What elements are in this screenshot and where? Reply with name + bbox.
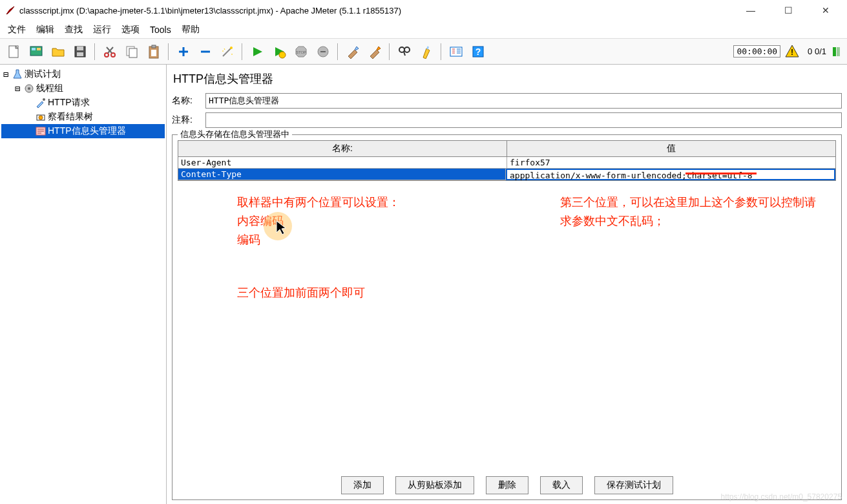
cell-value[interactable]: firfox57 xyxy=(507,157,835,169)
name-input[interactable] xyxy=(205,93,842,109)
cell-value[interactable]: appplication/x-www-form-urlencoded;chars… xyxy=(506,169,835,180)
annotation-underline xyxy=(685,173,757,174)
svg-point-27 xyxy=(28,87,30,90)
tree-thread-group[interactable]: ⊟ 线程组 xyxy=(1,81,165,96)
wand-button[interactable] xyxy=(217,41,238,62)
annotation-left-2: 三个位置加前面两个即可 xyxy=(237,284,365,302)
svg-text:?: ? xyxy=(476,47,481,57)
thread-counter: 0 0/1 xyxy=(808,47,826,56)
svg-point-15 xyxy=(279,52,286,58)
svg-rect-20 xyxy=(450,47,462,56)
app-icon xyxy=(5,5,16,16)
annotation-right: 第三个位置，可以在这里加上这个参数可以控制请求参数中文不乱码； xyxy=(560,193,819,231)
tree-header-manager[interactable]: HTTP信息头管理器 xyxy=(1,124,165,138)
main-panel: HTTP信息头管理器 名称: 注释: 信息头存储在信息头管理器中 名称: 值 U… xyxy=(167,65,847,504)
help-button[interactable]: ? xyxy=(468,41,488,62)
templates-button[interactable] xyxy=(26,41,47,62)
cut-button[interactable] xyxy=(99,41,120,62)
headers-table[interactable]: 名称: 值 User-Agent firfox57 Content-Type a… xyxy=(178,140,836,181)
svg-point-8 xyxy=(111,53,115,57)
svg-point-18 xyxy=(399,47,404,52)
svg-rect-24 xyxy=(833,47,836,56)
stop-button[interactable]: STOP xyxy=(291,41,311,62)
menu-file[interactable]: 文件 xyxy=(4,23,30,37)
watermark: https://blog.csdn.net/m0_57820275 xyxy=(721,492,842,501)
table-row[interactable]: Content-Type appplication/x-www-form-url… xyxy=(178,169,835,180)
search-button[interactable] xyxy=(394,41,415,62)
menu-edit[interactable]: 编辑 xyxy=(32,23,58,37)
comment-label: 注释: xyxy=(172,114,205,126)
remove-button[interactable] xyxy=(195,41,216,62)
svg-point-14 xyxy=(230,47,233,49)
flask-icon xyxy=(12,68,23,80)
th-name[interactable]: 名称: xyxy=(178,141,507,156)
delete-header-button[interactable]: 删除 xyxy=(486,476,528,494)
add-from-clipboard-button[interactable]: 从剪贴板添加 xyxy=(395,476,474,494)
svg-point-7 xyxy=(105,53,109,57)
tree-http-request[interactable]: HTTP请求 xyxy=(1,96,165,110)
collapse-icon[interactable]: ⊟ xyxy=(1,69,10,79)
collapse-icon[interactable]: ⊟ xyxy=(13,83,22,94)
menu-search[interactable]: 查找 xyxy=(61,23,87,37)
function-helper-button[interactable] xyxy=(446,41,466,62)
button-row: 添加 从剪贴板添加 删除 载入 保存测试计划 xyxy=(178,471,836,494)
new-button[interactable] xyxy=(4,41,25,62)
paste-button[interactable] xyxy=(143,41,164,62)
add-header-button[interactable]: 添加 xyxy=(341,476,384,494)
window-title: classscript.jmx (D:\apache-jmeter-5.1.1\… xyxy=(19,6,741,16)
svg-rect-12 xyxy=(152,45,156,48)
minimize-button[interactable]: — xyxy=(741,5,760,16)
menu-tools[interactable]: Tools xyxy=(146,23,175,36)
menu-options[interactable]: 选项 xyxy=(118,23,143,37)
shutdown-button[interactable] xyxy=(313,41,333,62)
cell-name[interactable]: Content-Type xyxy=(178,169,506,180)
pipette-icon xyxy=(35,97,47,109)
svg-point-19 xyxy=(404,47,410,52)
toolbar: STOP ? 00:00:00 ! 0 0/1 xyxy=(0,39,847,65)
config-icon xyxy=(35,125,47,137)
gear-icon xyxy=(23,83,35,94)
save-testplan-button[interactable]: 保存测试计划 xyxy=(594,476,673,494)
tree-root-testplan[interactable]: ⊟ 测试计划 xyxy=(1,67,165,81)
name-label: 名称: xyxy=(172,95,205,107)
start-noTimers-button[interactable] xyxy=(269,41,289,62)
svg-rect-13 xyxy=(151,50,156,56)
svg-rect-3 xyxy=(37,48,41,50)
svg-point-28 xyxy=(43,98,45,101)
svg-rect-25 xyxy=(837,47,840,56)
comment-input[interactable] xyxy=(205,112,842,128)
svg-rect-5 xyxy=(77,47,83,50)
test-plan-tree[interactable]: ⊟ 测试计划 ⊟ 线程组 HTTP请求 察看结果树 HTTP信息头管理器 xyxy=(0,65,167,504)
svg-point-30 xyxy=(39,116,43,120)
load-button[interactable]: 载入 xyxy=(540,476,583,494)
add-button[interactable] xyxy=(173,41,194,62)
annotation-left: 取样器中有两个位置可以设置： 内容编码 编码 xyxy=(237,193,400,249)
tree-view-results[interactable]: 察看结果树 xyxy=(1,110,165,124)
reset-search-button[interactable] xyxy=(416,41,437,62)
svg-rect-6 xyxy=(77,52,83,56)
menubar: 文件 编辑 查找 运行 选项 Tools 帮助 xyxy=(0,21,847,39)
clear-all-button[interactable] xyxy=(364,41,385,62)
menu-run[interactable]: 运行 xyxy=(89,23,115,37)
copy-button[interactable] xyxy=(121,41,142,62)
svg-rect-10 xyxy=(129,48,137,58)
svg-rect-2 xyxy=(32,48,36,50)
clear-button[interactable] xyxy=(342,41,363,62)
menu-help[interactable]: 帮助 xyxy=(178,23,204,37)
cell-name[interactable]: User-Agent xyxy=(178,157,507,169)
start-button[interactable] xyxy=(247,41,267,62)
elapsed-timer: 00:00:00 xyxy=(733,45,780,58)
save-button[interactable] xyxy=(70,41,90,62)
headers-fieldset: 信息头存储在信息头管理器中 名称: 值 User-Agent firfox57 … xyxy=(172,134,842,500)
th-value[interactable]: 值 xyxy=(507,141,835,156)
open-button[interactable] xyxy=(48,41,68,62)
titlebar: classscript.jmx (D:\apache-jmeter-5.1.1\… xyxy=(0,0,847,21)
svg-text:!: ! xyxy=(791,48,793,57)
fieldset-legend: 信息头存储在信息头管理器中 xyxy=(178,129,292,140)
threads-icon xyxy=(831,46,843,58)
maximize-button[interactable]: ☐ xyxy=(779,5,798,16)
panel-title: HTTP信息头管理器 xyxy=(172,67,842,93)
close-button[interactable]: ✕ xyxy=(816,5,835,16)
warning-icon[interactable]: ! xyxy=(784,44,800,59)
table-row[interactable]: User-Agent firfox57 xyxy=(178,157,835,169)
